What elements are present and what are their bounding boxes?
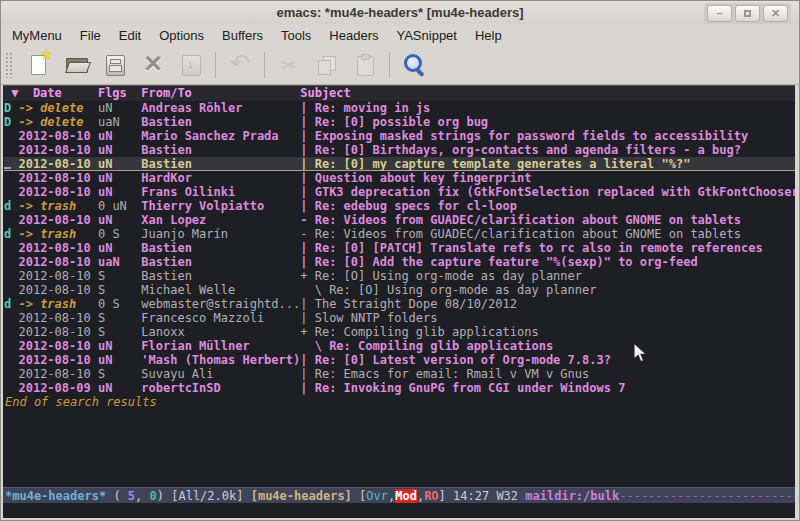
col-date: 2012-08-10 xyxy=(18,269,97,283)
col-marker xyxy=(4,241,18,255)
titlebar[interactable]: emacs: *mu4e-headers* [mu4e-headers] –✕ xyxy=(1,1,799,24)
undo-icon: ↶ xyxy=(227,52,253,78)
col-from: Frans Oilinki xyxy=(141,185,300,199)
col-marker xyxy=(4,185,18,199)
message-row[interactable]: d -> trash 0 S Juanjo Marín - Re: Videos… xyxy=(4,227,795,241)
col-flags: S xyxy=(98,269,141,283)
col-date: 2012-08-10 xyxy=(18,367,97,381)
message-row[interactable]: 2012-08-10 uN Bastien | Re: [0] my captu… xyxy=(4,157,795,171)
col-flags: 0 S xyxy=(98,227,141,241)
col-marker: d xyxy=(4,297,18,311)
toolbar-separator xyxy=(389,52,390,78)
modeline-segment: ] 14:27 W32 xyxy=(439,489,526,503)
col-from: Mario Sanchez Prada xyxy=(141,129,300,143)
message-row[interactable]: D -> delete uN Andreas Röhler | Re: movi… xyxy=(4,101,795,115)
message-row[interactable]: 2012-08-10 S Francesco Mazzoli | Slow NN… xyxy=(4,311,795,325)
col-flags: 0 uN xyxy=(98,199,141,213)
close-button[interactable]: ✕ xyxy=(763,5,788,22)
window-title: emacs: *mu4e-headers* [mu4e-headers] xyxy=(276,5,523,20)
col-flags: 0 S xyxy=(98,297,141,311)
message-row[interactable]: 2012-08-09 uN robertcInSD | Re: Invoking… xyxy=(4,381,795,395)
col-subj: - Re: Videos from GUADEC/clarification a… xyxy=(300,227,741,241)
col-subj: | Re: [0] Birthdays, org-contacts and ag… xyxy=(300,143,741,157)
col-subj: \ Re: [O] Using org-mode as day planner xyxy=(300,283,596,297)
col-marker xyxy=(4,143,18,157)
col-marker xyxy=(4,381,18,395)
menu-item-help[interactable]: Help xyxy=(466,26,511,45)
modeline-segment: 0 xyxy=(150,489,157,503)
menu-item-yasnippet[interactable]: YASnippet xyxy=(387,26,465,45)
message-row[interactable]: 2012-08-10 uN Xan Lopez - Re: Videos fro… xyxy=(4,213,795,227)
modeline-segment: Ovr xyxy=(366,489,388,503)
col-date: 2012-08-10 xyxy=(18,241,97,255)
col-from: HardKor xyxy=(141,171,300,185)
message-row[interactable]: 2012-08-10 uN 'Mash (Thomas Herbert)| Re… xyxy=(4,353,795,367)
echo-area[interactable] xyxy=(3,503,795,518)
column-header-line[interactable]: ▼ Date Flgs From/To Subject xyxy=(3,86,795,101)
col-flags: S xyxy=(98,283,141,297)
message-row[interactable]: 2012-08-10 S Lanoxx + Re: Compiling glib… xyxy=(4,325,795,339)
col-date: -> trash xyxy=(18,297,97,311)
col-from: webmaster@straightd... xyxy=(141,297,300,311)
message-row[interactable]: 2012-08-10 uN Bastien | Re: [0] Birthday… xyxy=(4,143,795,157)
modeline-segment: ) [All/2.0k] xyxy=(157,489,251,503)
col-date: 2012-08-10 xyxy=(18,171,97,185)
message-row[interactable]: 2012-08-10 uN Florian Müllner \ Re: Comp… xyxy=(4,339,795,353)
message-row[interactable]: d -> trash 0 S webmaster@straightd...| T… xyxy=(4,297,795,311)
new-file-icon[interactable] xyxy=(26,52,52,78)
col-subj: | GTK3 deprecation fix (GtkFontSelection… xyxy=(300,185,795,199)
message-row[interactable]: 2012-08-10 S Bastien + Re: [O] Using org… xyxy=(4,269,795,283)
menu-item-options[interactable]: Options xyxy=(150,26,213,45)
col-subj: | Re: [0] [PATCH] Translate refs to rc a… xyxy=(300,241,762,255)
col-flags: uaN xyxy=(98,115,141,129)
modeline-segment: [ xyxy=(352,489,366,503)
menu-item-tools[interactable]: Tools xyxy=(272,26,320,45)
col-subj: | Question about key fingerprint xyxy=(300,171,531,185)
message-row[interactable]: 2012-08-10 S Suvayu Ali | Re: Emacs for … xyxy=(4,367,795,381)
col-flags: uN xyxy=(98,185,141,199)
col-flags: uN xyxy=(98,143,141,157)
open-folder-icon[interactable] xyxy=(64,52,90,78)
message-row[interactable]: 2012-08-10 uN HardKor | Question about k… xyxy=(4,171,795,185)
col-marker: D xyxy=(4,101,18,115)
search-icon[interactable] xyxy=(401,52,427,78)
col-subj: | Re: Invoking GnuPG from CGI under Wind… xyxy=(300,381,625,395)
toolbar-grip-handle[interactable] xyxy=(5,52,12,78)
paste-icon xyxy=(352,52,378,78)
save-as-icon xyxy=(178,52,204,78)
save-icon[interactable] xyxy=(102,52,128,78)
modeline-segment: 5 xyxy=(128,489,135,503)
col-subj: | Re: [0] my capture template generates … xyxy=(300,157,690,171)
maximize-button[interactable] xyxy=(735,5,760,22)
col-subj: | Re: Emacs for email: Rmail v VM v Gnus xyxy=(300,367,589,381)
col-flags: uN xyxy=(98,171,141,185)
minimize-button[interactable]: – xyxy=(707,5,732,22)
menu-item-edit[interactable]: Edit xyxy=(110,26,150,45)
end-of-results-label: End of search results xyxy=(4,395,795,409)
col-flags: S xyxy=(98,367,141,381)
emacs-window: emacs: *mu4e-headers* [mu4e-headers] –✕ … xyxy=(0,0,800,521)
col-from: Xan Lopez xyxy=(141,213,300,227)
toolbar-separator xyxy=(264,52,265,78)
message-row[interactable]: d -> trash 0 uN Thierry Volpiatto | Re: … xyxy=(4,199,795,213)
message-row[interactable]: 2012-08-10 uN Frans Oilinki | GTK3 depre… xyxy=(4,185,795,199)
col-marker xyxy=(4,171,18,185)
menu-item-headers[interactable]: Headers xyxy=(320,26,387,45)
close-x-icon[interactable]: ✕ xyxy=(140,52,166,78)
message-row[interactable]: 2012-08-10 uN Mario Sanchez Prada | Expo… xyxy=(4,129,795,143)
col-date: 2012-08-10 xyxy=(18,157,97,171)
message-row[interactable]: D -> delete uaN Bastien | Re: [0] possib… xyxy=(4,115,795,129)
menu-item-file[interactable]: File xyxy=(71,26,110,45)
message-row[interactable]: 2012-08-10 S Michael Welle \ Re: [O] Usi… xyxy=(4,283,795,297)
menu-item-mymenu[interactable]: MyMenu xyxy=(3,26,71,45)
col-marker xyxy=(4,367,18,381)
message-list: D -> delete uN Andreas Röhler | Re: movi… xyxy=(3,101,795,487)
menu-item-buffers[interactable]: Buffers xyxy=(213,26,272,45)
col-from: Suvayu Ali xyxy=(141,367,300,381)
col-from: Thierry Volpiatto xyxy=(141,199,300,213)
col-date: 2012-08-10 xyxy=(18,353,97,367)
modeline-segment: ( xyxy=(106,489,128,503)
col-subj: \ Re: Compiling glib applications xyxy=(300,339,553,353)
message-row[interactable]: 2012-08-10 uaN Bastien | Re: [0] Add the… xyxy=(4,255,795,269)
message-row[interactable]: 2012-08-10 uN Bastien | Re: [0] [PATCH] … xyxy=(4,241,795,255)
